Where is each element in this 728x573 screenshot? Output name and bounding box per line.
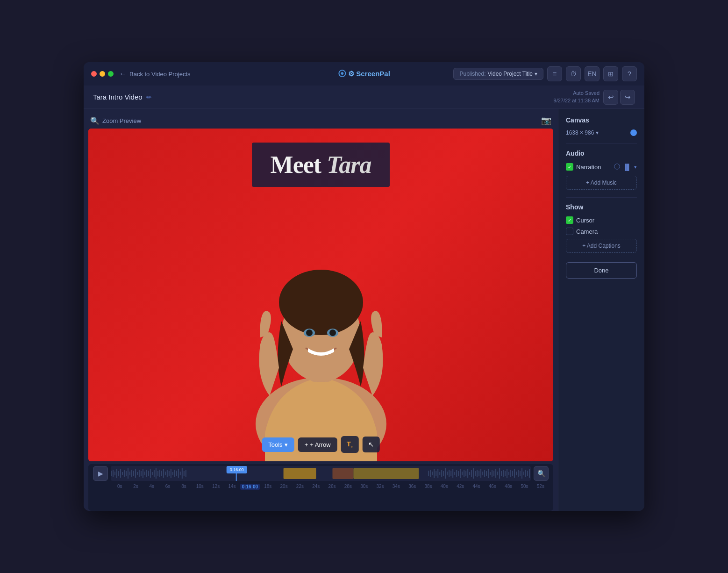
svg-rect-77 bbox=[469, 472, 470, 475]
camera-snapshot-icon[interactable]: 📷 bbox=[541, 115, 551, 126]
svg-rect-73 bbox=[462, 472, 463, 475]
svg-rect-53 bbox=[332, 468, 353, 479]
close-button[interactable] bbox=[91, 71, 97, 77]
svg-rect-18 bbox=[129, 472, 130, 475]
tools-button[interactable]: Tools ▾ bbox=[262, 437, 294, 452]
add-captions-label: + Add Captions bbox=[582, 243, 621, 249]
svg-rect-43 bbox=[176, 471, 177, 476]
svg-rect-11 bbox=[116, 469, 117, 478]
svg-rect-31 bbox=[154, 470, 155, 477]
svg-rect-22 bbox=[137, 472, 138, 475]
svg-rect-106 bbox=[523, 472, 524, 475]
svg-rect-81 bbox=[477, 470, 478, 477]
add-captions-button[interactable]: + Add Captions bbox=[566, 239, 637, 253]
svg-rect-61 bbox=[439, 472, 440, 475]
back-button[interactable]: ← Back to Video Projects bbox=[119, 70, 191, 78]
tools-label: Tools bbox=[268, 441, 282, 448]
timestamp-34s: 34s bbox=[388, 484, 404, 490]
narration-row: ✓ Narration ⓘ ▐▌ ▾ bbox=[566, 163, 637, 171]
undo-button[interactable]: ↩ bbox=[603, 90, 618, 105]
svg-rect-23 bbox=[139, 470, 140, 477]
timeline: ▶ bbox=[88, 464, 553, 511]
chevron-down-canvas-icon: ▾ bbox=[596, 129, 599, 136]
minimize-button[interactable] bbox=[100, 71, 105, 77]
cursor-tool-button[interactable]: ↖ bbox=[363, 437, 380, 452]
timestamp-20s: 20s bbox=[276, 484, 292, 490]
cursor-icon: ↖ bbox=[368, 440, 374, 448]
play-button[interactable]: ▶ bbox=[93, 466, 108, 481]
language-button[interactable]: EN bbox=[585, 66, 600, 81]
header-right: Published: Video Project Title ▾ ≡ ⏱ EN … bbox=[453, 66, 637, 81]
timestamp-36s: 36s bbox=[404, 484, 420, 490]
svg-rect-45 bbox=[180, 472, 181, 475]
svg-rect-30 bbox=[152, 472, 153, 475]
svg-rect-88 bbox=[490, 472, 491, 475]
svg-rect-14 bbox=[122, 472, 123, 475]
timestamp-30s: 30s bbox=[356, 484, 372, 490]
help-icon-button[interactable]: ? bbox=[622, 66, 637, 81]
svg-rect-33 bbox=[157, 471, 158, 476]
timestamp-26s: 26s bbox=[324, 484, 340, 490]
svg-text:0:16:00: 0:16:00 bbox=[230, 467, 244, 472]
timeline-track[interactable]: 0:16:00 bbox=[111, 466, 531, 481]
svg-rect-95 bbox=[503, 470, 504, 477]
auto-saved-time: 9/27/22 at 11:38 AM bbox=[554, 97, 600, 104]
narration-checkbox[interactable]: ✓ bbox=[566, 163, 573, 171]
text-tool-button[interactable]: TT bbox=[341, 436, 359, 453]
show-section-title: Show bbox=[566, 203, 637, 211]
search-timeline-button[interactable]: 🔍 bbox=[534, 466, 549, 481]
svg-rect-8 bbox=[111, 471, 112, 476]
svg-rect-57 bbox=[432, 472, 433, 475]
publish-value: Video Project Title bbox=[488, 71, 533, 77]
narration-dropdown-icon[interactable]: ▾ bbox=[634, 164, 637, 170]
info-icon[interactable]: ⓘ bbox=[614, 163, 620, 171]
back-arrow-icon: ← bbox=[119, 70, 127, 78]
logo-symbol: ⦿ bbox=[338, 69, 346, 79]
publish-button[interactable]: Published: Video Project Title ▾ bbox=[453, 68, 543, 80]
svg-rect-62 bbox=[441, 470, 442, 477]
svg-rect-37 bbox=[165, 472, 166, 475]
svg-rect-59 bbox=[435, 471, 436, 476]
svg-rect-68 bbox=[452, 469, 453, 478]
tools-dropdown-icon: ▾ bbox=[285, 441, 288, 448]
play-icon: ▶ bbox=[98, 470, 103, 477]
maximize-button[interactable] bbox=[108, 71, 114, 77]
svg-rect-103 bbox=[518, 470, 519, 477]
clock-icon-button[interactable]: ⏱ bbox=[566, 66, 581, 81]
app-logo: ⦿ ⚙ ScreenPal bbox=[338, 69, 390, 79]
svg-rect-108 bbox=[527, 471, 528, 476]
svg-rect-98 bbox=[508, 472, 509, 475]
edit-icon[interactable]: ✏ bbox=[146, 93, 152, 101]
svg-rect-34 bbox=[159, 470, 160, 477]
svg-rect-38 bbox=[167, 470, 168, 477]
done-button[interactable]: Done bbox=[566, 262, 637, 279]
person-figure bbox=[200, 209, 443, 461]
add-music-button[interactable]: + Add Music bbox=[566, 176, 637, 190]
redo-button[interactable]: ↪ bbox=[620, 90, 635, 105]
svg-rect-26 bbox=[144, 472, 145, 475]
camera-checkbox[interactable] bbox=[566, 228, 573, 235]
svg-rect-89 bbox=[492, 470, 492, 477]
content-bar: Tara Intro Video ✏ Auto Saved 9/27/22 at… bbox=[84, 86, 644, 109]
svg-rect-64 bbox=[445, 468, 446, 479]
layers-icon-button[interactable]: ⊞ bbox=[603, 66, 618, 81]
done-label: Done bbox=[594, 267, 608, 274]
zoom-preview: 🔍 Zoom Preview bbox=[90, 116, 141, 125]
arrow-button[interactable]: + + Arrow bbox=[298, 437, 337, 452]
svg-rect-93 bbox=[499, 468, 500, 479]
svg-rect-100 bbox=[512, 471, 513, 476]
cursor-checkbox[interactable]: ✓ bbox=[566, 216, 573, 224]
preview-bar: 🔍 Zoom Preview 📷 bbox=[88, 114, 553, 129]
activity-icon-button[interactable]: ≡ bbox=[547, 66, 562, 81]
divider-2 bbox=[566, 197, 637, 198]
svg-rect-92 bbox=[497, 472, 498, 475]
bars-icon[interactable]: ▐▌ bbox=[623, 164, 631, 171]
svg-rect-105 bbox=[521, 468, 522, 479]
svg-rect-19 bbox=[131, 470, 132, 477]
svg-rect-54 bbox=[353, 468, 419, 479]
zoom-preview-label: Zoom Preview bbox=[102, 117, 141, 124]
svg-rect-52 bbox=[284, 468, 316, 479]
svg-rect-97 bbox=[507, 469, 507, 478]
svg-rect-74 bbox=[464, 470, 464, 477]
svg-rect-66 bbox=[449, 470, 450, 477]
